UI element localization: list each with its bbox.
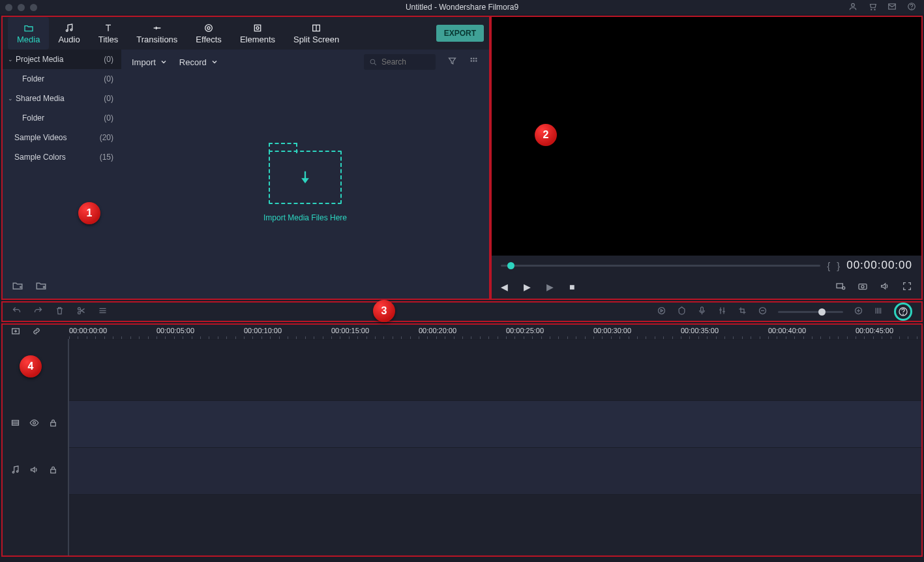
mark-out-icon[interactable]: } [837,260,840,271]
sidebar-item-count: (0) [104,113,113,123]
grid-view-icon[interactable] [469,56,479,68]
fullscreen-icon[interactable] [902,281,912,293]
undo-icon[interactable] [12,306,22,318]
sidebar-item-sample-colors[interactable]: Sample Colors (15) [3,147,121,167]
video-lane[interactable] [68,400,921,447]
lock-icon[interactable] [48,418,58,430]
folder-dashed-icon [269,151,342,204]
elements-icon [252,23,263,33]
record-dropdown[interactable]: Record [179,57,218,67]
timeline-ruler[interactable]: 00:00:00:0000:00:05:0000:00:10:0000:00:1… [68,325,921,339]
mail-icon[interactable] [887,2,897,13]
scrub-head[interactable] [507,262,514,269]
remove-folder-icon[interactable] [35,280,47,293]
folder-icon [23,23,35,33]
render-icon[interactable] [657,306,666,318]
add-folder-icon[interactable] [12,280,23,293]
svg-point-7 [70,29,72,31]
import-drop-zone[interactable]: Import Media Files Here [121,74,489,299]
svg-rect-22 [859,284,867,289]
redo-icon[interactable] [33,306,43,318]
marker-icon[interactable] [677,306,687,318]
sidebar-item-folder[interactable]: Folder (0) [3,69,121,89]
tab-label: Effects [196,35,222,44]
sidebar-footer [3,274,121,299]
sidebar-item-folder[interactable]: Folder (0) [3,108,121,128]
preview-scrubber: { } 00:00:00:00 [492,256,921,275]
tab-split-screen[interactable]: Split Screen [284,17,348,50]
tab-effects[interactable]: Effects [186,17,231,50]
svg-point-18 [473,60,475,62]
import-dropdown[interactable]: Import [132,57,168,67]
zoom-handle[interactable] [818,308,826,316]
sidebar-item-shared-media[interactable]: ⌄ Shared Media (0) [3,89,121,108]
svg-point-17 [471,60,473,62]
arrow-down-icon [296,167,314,188]
svg-point-14 [471,58,473,60]
ruler-label: 00:00:15:00 [331,327,369,334]
prev-frame-button[interactable]: ◀ [501,282,508,292]
sidebar-item-sample-videos[interactable]: Sample Videos (20) [3,128,121,147]
link-icon[interactable] [31,326,42,338]
search-icon [369,58,378,67]
help-titlebar-icon[interactable] [907,2,916,13]
tab-transitions[interactable]: Transitions [127,17,186,50]
tab-elements[interactable]: Elements [231,17,284,50]
filter-icon[interactable] [447,56,457,68]
library-content: Import Record [121,50,489,299]
search-field[interactable] [381,57,427,67]
sidebar-item-count: (0) [104,74,113,83]
tab-audio[interactable]: Audio [49,17,89,50]
split-icon[interactable] [76,306,86,318]
sidebar-item-label: Sample Colors [14,153,100,162]
callout-4: 4 [20,355,42,377]
svg-point-21 [842,286,845,289]
playhead[interactable] [68,339,69,555]
svg-rect-27 [701,307,704,312]
tab-titles[interactable]: Titles [89,17,128,50]
ruler-label: 00:00:45:00 [856,327,893,334]
audio-track-head[interactable] [3,447,68,494]
snapshot-icon[interactable] [857,281,868,293]
tab-media[interactable]: Media [8,17,49,50]
crop-icon[interactable] [738,306,747,318]
stop-button[interactable]: ■ [569,282,574,292]
mark-in-icon[interactable]: { [827,260,830,271]
chevron-down-icon [211,58,218,66]
svg-rect-20 [837,284,842,288]
zoom-fit-icon[interactable] [874,306,884,318]
mute-icon[interactable] [29,465,39,477]
audio-mixer-icon[interactable] [717,306,727,318]
delete-icon[interactable] [55,306,65,318]
video-track-head[interactable] [3,400,68,447]
scrub-track[interactable] [501,265,820,267]
visibility-icon[interactable] [29,418,39,430]
zoom-out-icon[interactable] [758,306,768,318]
cart-icon[interactable] [868,2,877,13]
volume-icon[interactable] [880,281,890,293]
zoom-in-icon[interactable] [854,306,863,318]
play-button[interactable]: ▶ [524,282,531,292]
export-button[interactable]: EXPORT [436,25,484,42]
timeline-lanes[interactable] [68,339,921,555]
svg-point-31 [903,314,904,315]
preview-pane: { } 00:00:00:00 ◀ ▶ ▶ ■ [490,16,923,300]
help-button[interactable] [894,303,912,321]
tab-label: Audio [58,35,80,44]
svg-point-8 [207,27,210,29]
audio-lane[interactable] [68,447,921,494]
zoom-slider[interactable] [778,311,843,313]
search-input[interactable] [364,54,436,70]
next-frame-button[interactable]: ▶ [546,282,554,292]
sidebar-item-project-media[interactable]: ⌄ Project Media (0) [3,50,121,69]
sidebar-item-count: (0) [104,55,113,64]
voiceover-icon[interactable] [697,306,707,318]
add-track-icon[interactable] [10,326,21,338]
quality-settings-icon[interactable] [835,281,846,293]
account-icon[interactable] [848,2,857,13]
library-toolbar: Import Record [121,50,489,74]
timeline-header-tools [3,325,68,339]
lane-spacer [68,339,921,400]
edit-tools-icon[interactable] [98,306,108,318]
lock-icon[interactable] [48,465,58,477]
